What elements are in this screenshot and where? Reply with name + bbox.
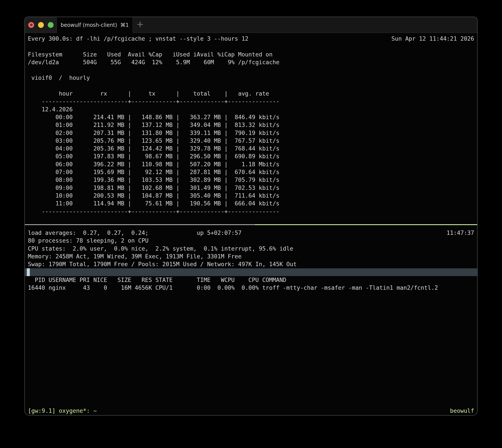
watch-date: Sun Apr 12 11:44:21 2026 (391, 35, 474, 43)
tab-bar: beowulf (mosh-client) ⌘1 + (25, 17, 477, 33)
cursor-block (27, 268, 30, 276)
top-load-line: load averages: 0.27, 0.27, 0.24; up 5+02… (28, 229, 474, 237)
tab-title: beowulf (mosh-client) (61, 22, 117, 28)
vnstat-hour-row: 03:00 205.76 MB | 123.65 MB | 329.40 MB … (28, 137, 474, 145)
tab-bar-empty-area: + (133, 17, 477, 33)
top-swap-line: Swap: 1790M Total, 1790M Free / Pools: 2… (28, 260, 474, 268)
tab-beowulf[interactable]: beowulf (mosh-client) ⌘1 (57, 17, 133, 33)
terminal-window: beowulf (mosh-client) ⌘1 + Every 300.0s:… (24, 17, 478, 416)
vnstat-hour-row: 09:00 198.81 MB | 102.68 MB | 301.49 MB … (28, 184, 474, 192)
tab-shortcut-badge: ⌘1 (120, 22, 129, 28)
vnstat-separator-bottom: -------------------------+-------------+… (28, 208, 474, 215)
window-controls (25, 17, 57, 33)
vnstat-separator-top: -------------------------+-------------+… (28, 97, 474, 105)
df-header-row: Filesystem Size Used Avail %Cap iUsed iA… (28, 51, 474, 58)
vnstat-hour-row: 02:00 207.31 MB | 131.80 MB | 339.11 MB … (28, 129, 474, 137)
df-data-row: /dev/ld2a 504G 55G 424G 12% 5.9M 60M 9% … (28, 58, 474, 66)
blank-line (28, 66, 474, 74)
vnstat-hour-row: 01:00 211.92 MB | 137.12 MB | 349.04 MB … (28, 121, 474, 129)
close-button[interactable] (28, 22, 34, 28)
zoom-button[interactable] (48, 22, 54, 28)
vnstat-hour-row: 10:00 200.53 MB | 104.87 MB | 305.40 MB … (28, 192, 474, 200)
new-tab-button[interactable]: + (133, 20, 144, 30)
pane-divider-grey-segment (25, 224, 255, 225)
vnstat-hour-row: 11:00 114.94 MB | 75.61 MB | 190.56 MB |… (28, 200, 474, 207)
blank-line (28, 43, 474, 50)
top-process-row: 16440 nginx 43 0 16M 4656K CPU/1 0:00 0.… (28, 284, 474, 292)
vnstat-hour-row: 06:00 396.22 MB | 110.98 MB | 507.20 MB … (28, 160, 474, 168)
top-cpu-states-line: CPU states: 2.0% user, 0.0% nice, 2.2% s… (28, 245, 474, 253)
top-clock: 11:47:37 (446, 229, 474, 237)
status-bar-session: [gw:9.1] oxygene*: ~ (28, 407, 97, 415)
status-bar-hostname: beowulf (450, 407, 474, 415)
watch-command: Every 300.0s: df -lhi /p/fcgicache ; vns… (28, 35, 248, 43)
vnstat-table-header: hour rx | tx | total | avg. rate (28, 90, 474, 97)
vnstat-hour-row: 00:00 214.41 MB | 148.86 MB | 363.27 MB … (28, 113, 474, 121)
blank-line (28, 215, 474, 223)
vnstat-hour-row: 04:00 205.36 MB | 124.42 MB | 329.78 MB … (28, 145, 474, 152)
vnstat-date-row: 12.4.2026 (28, 106, 474, 113)
terminal-output[interactable]: Every 300.0s: df -lhi /p/fcgicache ; vns… (25, 33, 477, 415)
pane-divider-green-segment (255, 224, 477, 225)
top-memory-line: Memory: 2458M Act, 19M Wired, 39M Exec, … (28, 253, 474, 260)
terminal-empty-area (28, 292, 474, 407)
vnstat-hour-row: 05:00 197.83 MB | 98.67 MB | 296.50 MB |… (28, 152, 474, 160)
watch-header-line: Every 300.0s: df -lhi /p/fcgicache ; vns… (28, 35, 474, 43)
top-processes-line: 80 processes: 78 sleeping, 2 on CPU (28, 237, 474, 244)
vnstat-hour-row: 08:00 199.36 MB | 103.53 MB | 302.89 MB … (28, 176, 474, 184)
blank-line (28, 82, 474, 90)
pane-divider (25, 224, 477, 225)
vnstat-hour-row: 07:00 195.69 MB | 92.12 MB | 287.81 MB |… (28, 168, 474, 176)
top-process-table-header: PID USERNAME PRI NICE SIZE RES STATE TIM… (28, 276, 474, 284)
vnstat-interface-line: vioif0 / hourly (28, 74, 474, 82)
top-selection-bar (25, 268, 477, 276)
status-bar: [gw:9.1] oxygene*: ~ beowulf (28, 407, 474, 415)
minimize-button[interactable] (38, 22, 44, 28)
top-load-averages: load averages: 0.27, 0.27, 0.24; up 5+02… (28, 229, 242, 237)
close-modified-dot-icon (30, 24, 33, 26)
